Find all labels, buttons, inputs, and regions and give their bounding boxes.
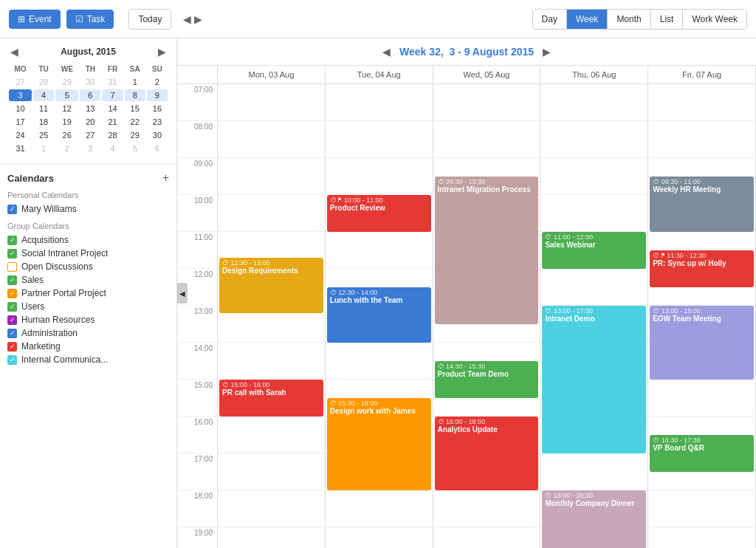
mini-cal-day[interactable]: 25 (33, 129, 54, 141)
calendars-section: Calendars + Personal Calendars ✓Mary Wil… (0, 164, 176, 548)
calendar-item[interactable]: ✓Sales (7, 273, 169, 287)
mini-cal-day[interactable]: 15 (125, 103, 145, 114)
mini-cal-day[interactable]: 3 (80, 143, 100, 154)
mini-cal-day[interactable]: 7 (102, 89, 123, 101)
event-block[interactable]: ⏱ 16:30 - 17:30VP Board Q&R (650, 435, 754, 472)
mini-cal-day[interactable]: 13 (80, 103, 100, 114)
view-day-button[interactable]: Day (533, 10, 567, 29)
mini-cal-day[interactable]: 5 (55, 89, 78, 101)
mini-cal-day[interactable]: 12 (55, 103, 78, 114)
event-block[interactable]: ⏱ 16:00 - 18:00Analytics Update (435, 417, 539, 490)
view-month-button[interactable]: Month (608, 10, 650, 29)
event-block[interactable]: ⏱ ⚑ 11:30 - 12:30PR: Sync up w/ Holly (650, 250, 754, 287)
mini-cal-day[interactable]: 22 (125, 116, 145, 128)
mini-cal-day[interactable]: 4 (33, 89, 54, 101)
hour-line (433, 84, 540, 121)
mini-cal-day[interactable]: 16 (147, 103, 168, 114)
calendar-item[interactable]: ✓Human Resources (7, 313, 169, 326)
event-block[interactable]: ⏱ ⚑ 10:00 - 11:00Product Review (327, 195, 431, 232)
event-block[interactable]: ⏱ 09:30 - 13:30Intranet Migration Proces… (435, 177, 539, 324)
calendar-item[interactable]: ✓Acquisitions (7, 233, 169, 247)
new-event-button[interactable]: ⊞ Event (9, 10, 61, 29)
event-block[interactable]: ⏱ 15:30 - 18:00Design work with James (327, 398, 431, 490)
event-title: Design Requirements (222, 267, 320, 275)
calendar-item[interactable]: ✓Marketing (7, 340, 169, 353)
mini-cal-prev-button[interactable]: ◀ (7, 46, 21, 58)
mini-cal-day[interactable]: 1 (125, 76, 145, 88)
calendar-item[interactable]: ✓Partner Portal Project (7, 287, 169, 300)
mini-cal-next-button[interactable]: ▶ (155, 46, 169, 58)
mini-cal-day[interactable]: 27 (9, 76, 32, 88)
event-title: Product Review (330, 204, 428, 212)
mini-cal-day[interactable]: 6 (147, 143, 168, 154)
mini-cal-day[interactable]: 27 (80, 129, 100, 141)
calendar-item[interactable]: ✓Social Intranet Project (7, 247, 169, 260)
calendar-item[interactable]: ✓Administration (7, 326, 169, 340)
mini-cal-day[interactable]: 8 (125, 89, 145, 101)
mini-cal-day[interactable]: 26 (55, 129, 78, 141)
today-button[interactable]: Today (128, 9, 171, 30)
event-block[interactable]: ⏱ 12:30 - 14:00Lunch with the Team (327, 287, 431, 343)
week-prev-button[interactable]: ◀ (382, 46, 391, 58)
mini-cal-day[interactable]: 21 (102, 116, 123, 128)
prev-period-button[interactable]: ◀ (183, 13, 191, 25)
mini-cal-day[interactable]: 30 (147, 129, 168, 141)
mini-cal-day[interactable]: 30 (80, 76, 100, 88)
calendar-item-label: Acquisitions (21, 235, 69, 245)
mini-cal-day[interactable]: 18 (33, 116, 54, 128)
calendar-item[interactable]: ✓Internal Communica... (7, 353, 169, 366)
event-block[interactable]: ⏱ 13:00 - 15:00EOW Team Meeting (650, 306, 754, 380)
mini-cal-day[interactable]: 6 (80, 89, 100, 101)
view-week-button[interactable]: Week (567, 10, 608, 29)
view-workweek-button[interactable]: Work Week (683, 10, 746, 29)
event-block[interactable]: ⏱ 13:00 - 17:00Intranet Demo (542, 306, 646, 453)
view-list-button[interactable]: List (651, 10, 684, 29)
mini-cal-day[interactable]: 24 (9, 129, 32, 141)
event-time: ⏱ 11:00 - 12:00 (545, 233, 643, 241)
mini-cal-day[interactable]: 2 (55, 143, 78, 154)
week-header: ◀ Week 32, 3 - 9 August 2015 ▶ (177, 38, 756, 66)
event-block[interactable]: ⏱ 18:00 - 20:30Monthly Company Dinner (542, 490, 646, 548)
mini-cal-day[interactable]: 31 (9, 143, 32, 154)
event-title: PR: Sync up w/ Holly (653, 259, 751, 267)
hour-line (326, 158, 433, 195)
mini-cal-day[interactable]: 31 (102, 76, 123, 88)
calendar-item[interactable]: ✓Users (7, 300, 169, 313)
event-title: Analytics Update (438, 425, 536, 434)
new-task-button[interactable]: ☑ Task (66, 10, 114, 29)
sidebar-collapse-button[interactable]: ◀ (177, 283, 188, 304)
mini-cal-day[interactable]: 29 (125, 129, 145, 141)
event-block[interactable]: ⏱ 14:30 - 15:30Product Team Demo (435, 361, 539, 398)
mini-cal-day[interactable]: 20 (80, 116, 100, 128)
calendar-scroll-body[interactable]: 07:0008:0009:0010:0011:0012:0013:0014:00… (177, 84, 756, 548)
mini-cal-day[interactable]: 28 (33, 76, 54, 88)
next-period-button[interactable]: ▶ (194, 13, 202, 25)
calendar-item-label: Open Discussions (21, 261, 93, 272)
event-block[interactable]: ⏱ 15:00 - 16:00PR call with Sarah (219, 380, 323, 417)
time-label: 14:00 (177, 343, 218, 380)
calendar-item[interactable]: Open Discussions (7, 260, 169, 273)
event-time: ⏱ 15:00 - 16:00 (222, 381, 320, 388)
mini-cal-day[interactable]: 9 (147, 89, 168, 101)
week-next-button[interactable]: ▶ (543, 46, 551, 58)
mini-cal-day[interactable]: 14 (102, 103, 123, 114)
mini-cal-day[interactable]: 23 (147, 116, 168, 128)
event-block[interactable]: ⏱ 09:30 - 11:00Weekly HR Meeting (650, 177, 754, 232)
mini-cal-day[interactable]: 10 (9, 103, 32, 114)
event-block[interactable]: ⏱ 11:30 - 13:00Design Requirements (219, 258, 323, 313)
mini-cal-day[interactable]: 11 (33, 103, 54, 114)
mini-cal-day[interactable]: 1 (33, 143, 54, 154)
mini-cal-day[interactable]: 28 (102, 129, 123, 141)
mini-cal-day[interactable]: 29 (55, 76, 78, 88)
calendar-item[interactable]: ✓Mary Williams (7, 202, 169, 216)
mini-cal-day[interactable]: 2 (147, 76, 168, 88)
event-title: Lunch with the Team (330, 296, 428, 304)
mini-cal-day[interactable]: 5 (125, 143, 145, 154)
mini-cal-day[interactable]: 19 (55, 116, 78, 128)
add-calendar-button[interactable]: + (162, 171, 169, 185)
event-block[interactable]: ⏱ 11:00 - 12:00Sales Webinar (542, 232, 646, 269)
hour-line (218, 343, 325, 380)
mini-cal-day[interactable]: 3 (9, 89, 32, 101)
mini-cal-day[interactable]: 17 (9, 116, 32, 128)
mini-cal-day[interactable]: 4 (102, 143, 123, 154)
